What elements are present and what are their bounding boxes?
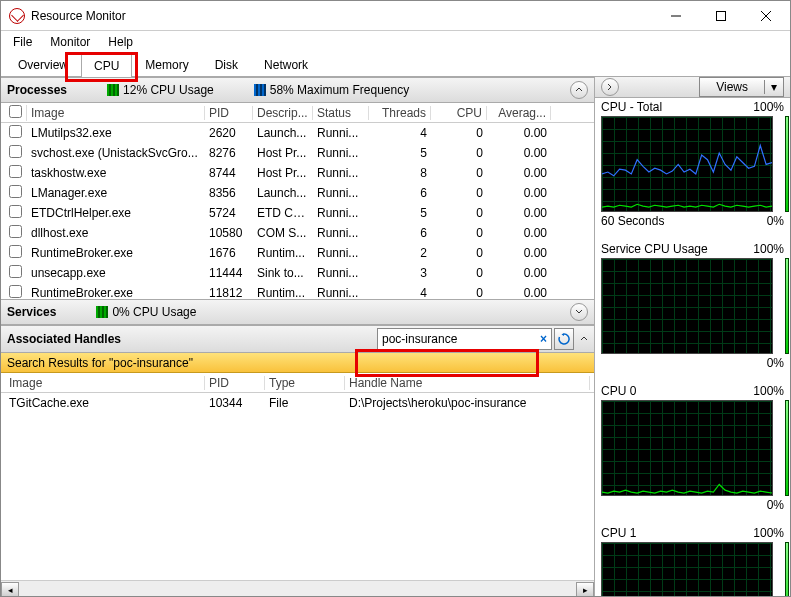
collapse-processes-button[interactable] [570, 81, 588, 99]
clear-search-icon[interactable]: × [536, 332, 551, 346]
processes-header[interactable]: Processes 12% CPU Usage 58% Maximum Freq… [1, 77, 594, 103]
services-cpu-icon [96, 306, 108, 318]
chart-level-bar [785, 400, 789, 496]
menu-help[interactable]: Help [100, 33, 141, 51]
hcol-handle-name[interactable]: Handle Name [345, 376, 590, 390]
table-row[interactable]: LManager.exe 8356 Launch... Runni... 6 0… [1, 183, 594, 203]
svg-rect-1 [716, 11, 725, 20]
row-checkbox[interactable] [9, 225, 22, 238]
table-row[interactable]: dllhost.exe 10580 COM S... Runni... 6 0 … [1, 223, 594, 243]
table-row[interactable]: RuntimeBroker.exe 1676 Runtim... Runni..… [1, 243, 594, 263]
chart-max-label: 100% [753, 526, 784, 540]
handles-columns: Image PID Type Handle Name [1, 373, 594, 393]
tab-memory[interactable]: Memory [132, 53, 201, 76]
chart-max-label: 100% [753, 100, 784, 114]
charts-container: CPU - Total100% 60 Seconds0%Service CPU … [595, 98, 790, 597]
minimize-button[interactable] [653, 2, 698, 30]
svg-marker-4 [562, 333, 565, 336]
horizontal-scrollbar[interactable]: ◂ ▸ [1, 580, 594, 597]
row-checkbox[interactable] [9, 205, 22, 218]
tabbar: Overview CPU Memory Disk Network [1, 53, 790, 77]
services-title: Services [7, 305, 56, 319]
chart-xlabel: 60 Seconds [601, 214, 664, 228]
tab-overview[interactable]: Overview [5, 53, 81, 76]
chart-min-label: 0% [767, 498, 784, 512]
chart-block: CPU 0100% 0% [595, 382, 790, 524]
refresh-search-button[interactable] [554, 328, 574, 350]
row-checkbox[interactable] [9, 265, 22, 278]
col-image[interactable]: Image [27, 106, 205, 120]
chart-max-label: 100% [753, 384, 784, 398]
chart-level-bar [785, 542, 789, 597]
chart-title: Service CPU Usage [601, 242, 708, 256]
services-cpu-indicator: 0% CPU Usage [96, 305, 196, 319]
row-checkbox[interactable] [9, 245, 22, 258]
maximize-button[interactable] [698, 2, 743, 30]
table-row[interactable]: LMutilps32.exe 2620 Launch... Runni... 4… [1, 123, 594, 143]
charts-header: Views ▾ [595, 77, 790, 98]
row-checkbox[interactable] [9, 125, 22, 138]
hcol-pid[interactable]: PID [205, 376, 265, 390]
chart-level-bar [785, 258, 789, 354]
scroll-right-button[interactable]: ▸ [576, 582, 594, 598]
col-average[interactable]: Averag... [487, 106, 551, 120]
search-results-bar: Search Results for "poc-insurance" [1, 353, 594, 373]
chart-canvas [601, 116, 773, 212]
chart-block: CPU 1100% [595, 524, 790, 597]
col-status[interactable]: Status [313, 106, 369, 120]
row-checkbox[interactable] [9, 185, 22, 198]
col-pid[interactable]: PID [205, 106, 253, 120]
handles-search-box: × [377, 328, 552, 350]
select-all-checkbox[interactable] [9, 105, 22, 118]
collapse-charts-button[interactable] [601, 78, 619, 96]
cpu-usage-indicator: 12% CPU Usage [107, 83, 214, 97]
max-freq-indicator: 58% Maximum Frequency [254, 83, 409, 97]
chart-canvas [601, 400, 773, 496]
handles-search-input[interactable] [378, 332, 536, 346]
chart-max-label: 100% [753, 242, 784, 256]
hcol-type[interactable]: Type [265, 376, 345, 390]
chart-title: CPU 1 [601, 526, 636, 540]
tab-disk[interactable]: Disk [202, 53, 251, 76]
tab-network[interactable]: Network [251, 53, 321, 76]
col-threads[interactable]: Threads [369, 106, 431, 120]
table-row[interactable]: taskhostw.exe 8744 Host Pr... Runni... 8… [1, 163, 594, 183]
chevron-down-icon: ▾ [765, 80, 783, 94]
scroll-left-button[interactable]: ◂ [1, 582, 19, 598]
services-header[interactable]: Services 0% CPU Usage [1, 299, 594, 325]
col-cpu[interactable]: CPU [431, 106, 487, 120]
chart-block: CPU - Total100% 60 Seconds0% [595, 98, 790, 240]
col-description[interactable]: Descrip... [253, 106, 313, 120]
menu-file[interactable]: File [5, 33, 40, 51]
views-dropdown[interactable]: Views ▾ [699, 77, 784, 97]
hcol-image[interactable]: Image [5, 376, 205, 390]
handles-title: Associated Handles [7, 332, 121, 346]
close-button[interactable] [743, 2, 788, 30]
row-checkbox[interactable] [9, 165, 22, 178]
chart-min-label: 0% [767, 356, 784, 370]
refresh-icon [558, 333, 570, 345]
table-row[interactable]: unsecapp.exe 11444 Sink to... Runni... 3… [1, 263, 594, 283]
table-row[interactable]: TGitCache.exe 10344 File D:\Projects\her… [1, 393, 594, 413]
row-checkbox[interactable] [9, 145, 22, 158]
chart-block: Service CPU Usage100% 0% [595, 240, 790, 382]
expand-services-button[interactable] [570, 303, 588, 321]
titlebar: Resource Monitor [1, 1, 790, 31]
table-row[interactable]: svchost.exe (UnistackSvcGro... 8276 Host… [1, 143, 594, 163]
table-row[interactable]: ETDCtrlHelper.exe 5724 ETD Co... Runni..… [1, 203, 594, 223]
search-results-label: Search Results for "poc-insurance" [7, 356, 193, 370]
handles-body: TGitCache.exe 10344 File D:\Projects\her… [1, 393, 594, 413]
tab-cpu[interactable]: CPU [81, 54, 132, 77]
window-title: Resource Monitor [31, 9, 653, 23]
row-checkbox[interactable] [9, 285, 22, 298]
processes-columns: Image PID Descrip... Status Threads CPU … [1, 103, 594, 123]
collapse-handles-button[interactable] [580, 332, 588, 346]
table-row[interactable]: RuntimeBroker.exe 11812 Runtim... Runni.… [1, 283, 594, 299]
processes-title: Processes [7, 83, 67, 97]
chart-canvas [601, 542, 773, 597]
menubar: File Monitor Help [1, 31, 790, 53]
processes-body: LMutilps32.exe 2620 Launch... Runni... 4… [1, 123, 594, 299]
menu-monitor[interactable]: Monitor [42, 33, 98, 51]
chart-level-bar [785, 116, 789, 212]
chart-title: CPU 0 [601, 384, 636, 398]
